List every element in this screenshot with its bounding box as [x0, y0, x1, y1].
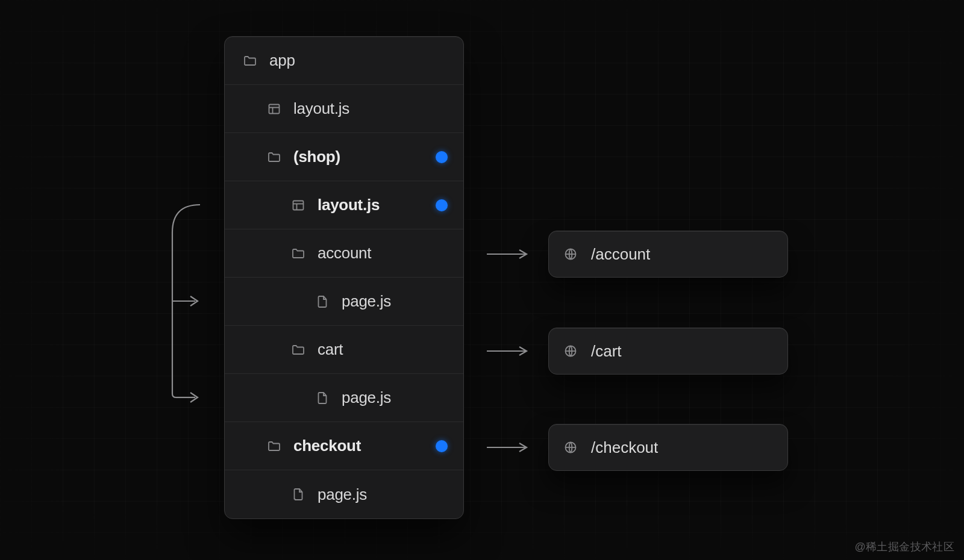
- route-chip-checkout: /checkout: [548, 424, 788, 471]
- tree-row: (shop): [225, 133, 463, 181]
- arrow-to-account: [486, 248, 534, 260]
- marker-dot: [436, 151, 448, 163]
- tree-row-label: account: [318, 244, 371, 263]
- layout-icon: [291, 198, 305, 213]
- tree-row-label: page.js: [318, 485, 367, 504]
- route-label: /cart: [591, 342, 622, 361]
- globe-icon: [563, 440, 578, 455]
- globe-icon: [563, 247, 578, 261]
- tree-row: page.js: [225, 278, 463, 326]
- arrow-to-checkout: [486, 441, 534, 453]
- route-chip-cart: /cart: [548, 328, 788, 375]
- marker-dot: [436, 199, 448, 211]
- tree-row-label: checkout: [293, 437, 361, 455]
- file-icon: [315, 391, 330, 405]
- tree-row-label: page.js: [342, 292, 391, 311]
- left-connector: [167, 200, 224, 405]
- file-tree-panel: app layout.js (shop) layout.js: [224, 36, 464, 519]
- tree-row: layout.js: [225, 181, 463, 229]
- tree-root-label: app: [269, 51, 295, 70]
- tree-row: checkout: [225, 422, 463, 470]
- globe-icon: [563, 344, 578, 358]
- tree-row: page.js: [225, 374, 463, 422]
- tree-row: cart: [225, 326, 463, 374]
- file-icon: [315, 294, 330, 309]
- watermark: @稀土掘金技术社区: [854, 540, 954, 554]
- route-chip-account: /account: [548, 231, 788, 278]
- route-label: /checkout: [591, 438, 658, 457]
- arrow-to-cart: [486, 345, 534, 357]
- folder-icon: [291, 246, 305, 261]
- folder-icon: [243, 54, 257, 68]
- file-icon: [291, 487, 305, 502]
- tree-row: page.js: [225, 470, 463, 518]
- layout-icon: [267, 102, 281, 116]
- route-label: /account: [591, 245, 650, 264]
- tree-row-label: (shop): [293, 148, 340, 166]
- tree-row: layout.js: [225, 85, 463, 133]
- tree-row-label: layout.js: [293, 99, 349, 118]
- tree-row-label: layout.js: [318, 196, 380, 214]
- marker-dot: [436, 440, 448, 452]
- folder-icon: [291, 343, 305, 357]
- folder-icon: [267, 150, 281, 164]
- tree-row-label: cart: [318, 340, 343, 359]
- tree-root-row: app: [225, 37, 463, 85]
- svg-rect-0: [269, 104, 280, 113]
- svg-rect-3: [293, 201, 304, 210]
- tree-row: account: [225, 229, 463, 278]
- folder-icon: [267, 439, 281, 453]
- tree-row-label: page.js: [342, 388, 391, 407]
